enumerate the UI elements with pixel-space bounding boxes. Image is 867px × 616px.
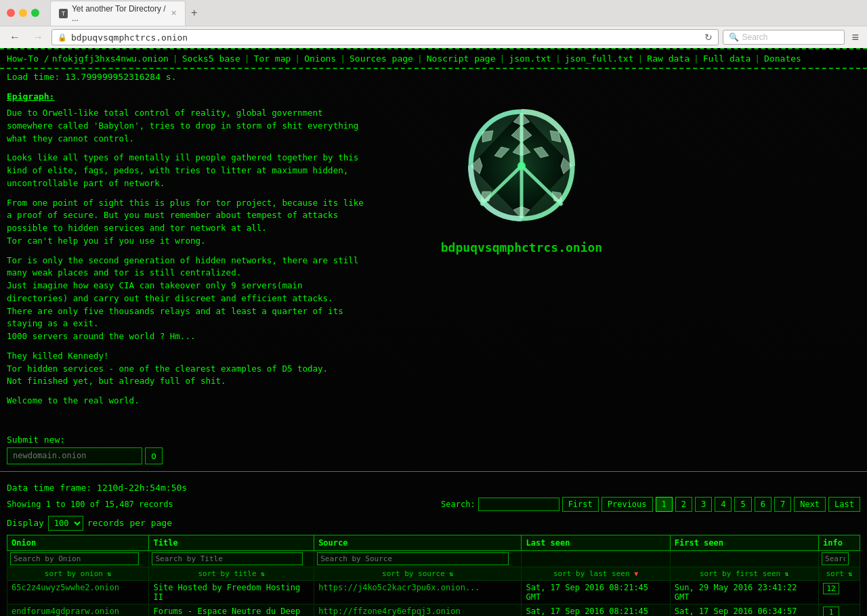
epigraph-para-2: Looks like all types of mentally ill peo… bbox=[7, 152, 366, 190]
nav-raw[interactable]: Raw data bbox=[647, 53, 690, 64]
pagination-page-4[interactable]: 4 bbox=[715, 497, 732, 512]
active-tab[interactable]: T Yet another Tor Directory / ... ✕ bbox=[50, 1, 186, 26]
hamburger-menu-button[interactable]: ≡ bbox=[849, 30, 862, 45]
info-badge[interactable]: 1 bbox=[823, 607, 839, 616]
pagination-page-6[interactable]: 6 bbox=[755, 497, 771, 512]
col-header-onion[interactable]: Onion bbox=[7, 535, 149, 550]
onion-link[interactable]: endforum4gdprarw.onion bbox=[12, 607, 119, 616]
nav-full[interactable]: Full data bbox=[703, 53, 750, 64]
cell-firstseen: Sat, 17 Sep 2016 06:34:57 GMT bbox=[670, 604, 818, 616]
nav-json-txt[interactable]: json.txt bbox=[509, 53, 551, 64]
sort-info[interactable]: sort ⇅ bbox=[819, 567, 860, 580]
source-link[interactable]: http://ffzone4ry6efpqj3.onion bbox=[318, 607, 461, 616]
nav-separator-6: | bbox=[499, 53, 505, 64]
browser-search-bar[interactable]: 🔍 Search bbox=[723, 30, 845, 45]
nav-separator-7: | bbox=[555, 53, 561, 64]
col-header-info[interactable]: info bbox=[819, 535, 860, 550]
epigraph-para-4: Tor is only the second generation of hid… bbox=[7, 255, 366, 343]
col-header-firstseen[interactable]: First seen bbox=[670, 535, 818, 550]
search-info-input[interactable] bbox=[822, 552, 849, 565]
data-timeframe: Data time frame: 1210d-22h:54m:50s bbox=[7, 483, 860, 493]
nav-donates[interactable]: Donates bbox=[764, 53, 801, 64]
sort-lastseen[interactable]: sort by last seen ▼ bbox=[522, 567, 670, 580]
nav-json-full[interactable]: json_full.txt bbox=[565, 53, 634, 64]
close-window-button[interactable] bbox=[7, 9, 15, 17]
sort-source[interactable]: sort by source ⇅ bbox=[314, 567, 522, 580]
svg-point-16 bbox=[517, 162, 526, 170]
info-badge[interactable]: 12 bbox=[823, 583, 839, 594]
source-link[interactable]: https://j4ko5c2kacr3pu6x.onion... bbox=[318, 583, 480, 592]
cell-firstseen: Sun, 29 May 2016 23:41:22 GMT bbox=[670, 580, 818, 604]
search-source-input[interactable] bbox=[317, 552, 508, 565]
data-table: Onion Title Source Last seen First seen … bbox=[7, 535, 860, 616]
left-panel: Epigraph: Due to Orwell-like total contr… bbox=[7, 91, 366, 414]
onion-link[interactable]: 65c2z4uwyz5wwhe2.onion bbox=[12, 583, 119, 592]
pagination-first-button[interactable]: First bbox=[562, 497, 599, 512]
search-onion-input[interactable] bbox=[10, 552, 139, 565]
pagination-next-button[interactable]: Next bbox=[794, 497, 826, 512]
col-header-lastseen[interactable]: Last seen bbox=[522, 535, 670, 550]
nav-bar: How-To / nfokjgfj3hxs4nwu.onion | Socks5… bbox=[0, 48, 867, 69]
address-text: bdpuqvsqmphctrcs.onion bbox=[71, 32, 700, 43]
howto-link[interactable]: nfokjgfj3hxs4nwu.onion bbox=[52, 53, 169, 64]
new-tab-button[interactable]: + bbox=[186, 4, 203, 22]
back-button[interactable]: ← bbox=[5, 30, 24, 45]
nav-socks5[interactable]: Socks5 base bbox=[182, 53, 240, 64]
search-placeholder: Search bbox=[742, 32, 767, 42]
table-row: endforum4gdprarw.onion Forums - Espace N… bbox=[7, 604, 860, 616]
table-body: 65c2z4uwyz5wwhe2.onion Site Hosted by Fr… bbox=[7, 580, 860, 616]
cell-onion: endforum4gdprarw.onion bbox=[7, 604, 149, 616]
sort-onion[interactable]: sort by onion ⇅ bbox=[7, 567, 149, 580]
browser-tabs: T Yet another Tor Directory / ... ✕ + bbox=[50, 1, 860, 26]
nav-separator-10: | bbox=[755, 53, 760, 64]
table-controls: Showing 1 to 100 of 15,487 records Searc… bbox=[7, 497, 860, 512]
nav-separator-3: | bbox=[295, 53, 300, 64]
nav-separator-4: | bbox=[340, 53, 345, 64]
col-header-title[interactable]: Title bbox=[149, 535, 314, 550]
nav-separator-5: | bbox=[417, 53, 423, 64]
table-row: 65c2z4uwyz5wwhe2.onion Site Hosted by Fr… bbox=[7, 580, 860, 604]
maximize-window-button[interactable] bbox=[31, 9, 39, 17]
cell-title: Site Hosted by Freedom Hosting II bbox=[149, 580, 314, 604]
reload-button[interactable]: ↻ bbox=[704, 32, 713, 43]
nav-separator-2: | bbox=[245, 53, 250, 64]
nav-tormap[interactable]: Tor map bbox=[254, 53, 291, 64]
load-time: Load time: 13.799999952316284 s. bbox=[0, 69, 867, 85]
table-search-row bbox=[7, 550, 860, 567]
data-section: Data time frame: 1210d-22h:54m:50s Showi… bbox=[0, 479, 867, 616]
per-page-select[interactable]: 100 50 200 bbox=[48, 516, 83, 531]
epigraph-title: Epigraph: bbox=[7, 91, 366, 102]
site-domain: bdpuqvsqmphctrcs.onion bbox=[441, 240, 602, 255]
table-header-row: Onion Title Source Last seen First seen … bbox=[7, 535, 860, 550]
submit-button[interactable]: o bbox=[145, 447, 163, 464]
tor-logo-svg bbox=[454, 98, 589, 234]
nav-onions[interactable]: Onions bbox=[304, 53, 336, 64]
pagination-page-1[interactable]: 1 bbox=[656, 497, 673, 512]
pagination-page-7[interactable]: 7 bbox=[774, 497, 791, 512]
records-info: Showing 1 to 100 of 15,487 records bbox=[7, 500, 173, 509]
nav-sources[interactable]: Sources page bbox=[350, 53, 413, 64]
col-header-source[interactable]: Source bbox=[314, 535, 522, 550]
sort-title[interactable]: sort by title ⇅ bbox=[149, 567, 314, 580]
traffic-lights bbox=[7, 9, 39, 17]
submit-input[interactable] bbox=[7, 447, 142, 464]
minimize-window-button[interactable] bbox=[19, 9, 27, 17]
forward-button[interactable]: → bbox=[28, 30, 47, 45]
address-bar[interactable]: 🔒 bdpuqvsqmphctrcs.onion ↻ bbox=[51, 29, 719, 45]
table-search-input[interactable] bbox=[478, 498, 559, 511]
browser-toolbar: ← → 🔒 bdpuqvsqmphctrcs.onion ↻ 🔍 Search … bbox=[0, 26, 867, 48]
pagination-last-button[interactable]: Last bbox=[828, 497, 860, 512]
nav-noscript[interactable]: Noscript page bbox=[427, 53, 496, 64]
sort-firstseen[interactable]: sort by first seen ⇅ bbox=[670, 567, 818, 580]
pagination-page-5[interactable]: 5 bbox=[734, 497, 751, 512]
pagination-page-3[interactable]: 3 bbox=[695, 497, 712, 512]
nav-separator-8: | bbox=[638, 53, 643, 64]
records-label: records per page bbox=[87, 518, 172, 528]
pagination-page-2[interactable]: 2 bbox=[675, 497, 692, 512]
pagination-area: Search: First Previous 1 2 3 4 5 6 7 Nex… bbox=[441, 497, 860, 512]
search-icon: 🔍 bbox=[729, 32, 739, 42]
epigraph-para-3: From one point of sight this is plus for… bbox=[7, 197, 366, 248]
pagination-prev-button[interactable]: Previous bbox=[601, 497, 653, 512]
tab-close-button[interactable]: ✕ bbox=[171, 9, 177, 18]
search-title-input[interactable] bbox=[152, 552, 303, 565]
